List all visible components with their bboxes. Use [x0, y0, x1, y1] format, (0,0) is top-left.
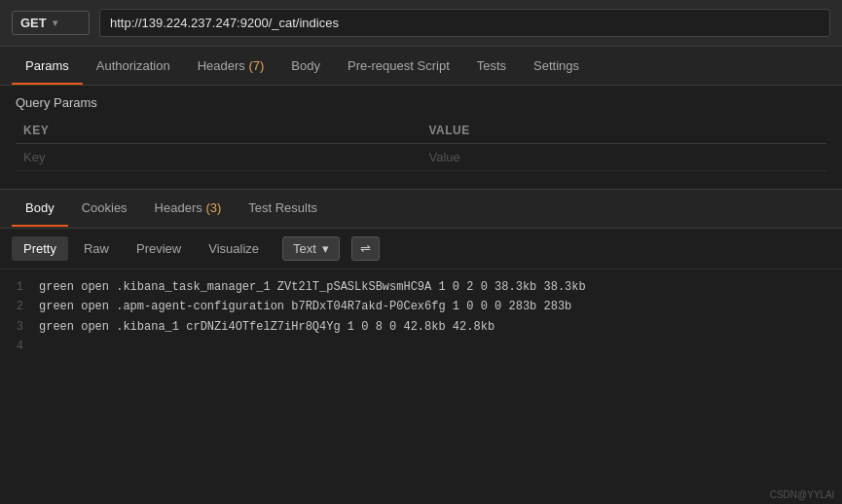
text-format-dropdown[interactable]: Text ▾	[282, 236, 340, 261]
line-number: 2	[12, 297, 39, 316]
param-key-input[interactable]	[23, 150, 414, 164]
code-line-4: 4	[12, 337, 830, 356]
url-input[interactable]	[99, 9, 830, 37]
text-format-label: Text	[293, 241, 316, 256]
response-tabs: Body Cookies Headers (3) Test Results	[0, 190, 842, 229]
code-line-3: 3 green open .kibana_1 crDNZi4OTfelZ7iHr…	[12, 317, 830, 337]
format-tab-visualize[interactable]: Visualize	[197, 236, 271, 261]
tab-tests[interactable]: Tests	[463, 49, 520, 85]
response-tab-test-results[interactable]: Test Results	[235, 191, 331, 227]
params-table: KEY VALUE	[16, 118, 826, 171]
method-label: GET	[20, 16, 47, 30]
tab-headers[interactable]: Headers (7)	[184, 49, 278, 85]
response-tab-body[interactable]: Body	[12, 191, 68, 227]
response-section: Body Cookies Headers (3) Test Results Pr…	[0, 190, 842, 504]
col-header-value: VALUE	[421, 118, 827, 144]
url-bar: GET ▾	[0, 0, 842, 47]
code-line-2: 2 green open .apm-agent-configuration b7…	[12, 297, 830, 316]
format-tab-preview[interactable]: Preview	[125, 236, 193, 261]
format-bar: Pretty Raw Preview Visualize Text ▾ ⇌	[0, 229, 842, 270]
format-tab-pretty[interactable]: Pretty	[12, 236, 68, 261]
line-content: green open .apm-agent-configuration b7RD…	[39, 297, 571, 316]
response-tab-headers[interactable]: Headers (3)	[141, 191, 236, 227]
line-number: 1	[12, 277, 39, 297]
method-dropdown[interactable]: GET ▾	[12, 11, 90, 35]
param-value-input[interactable]	[429, 150, 820, 164]
wrap-lines-icon: ⇌	[360, 241, 371, 256]
code-output: 1 green open .kibana_task_manager_1 ZVt2…	[0, 270, 842, 365]
wrap-icon[interactable]: ⇌	[351, 236, 380, 261]
line-number: 4	[12, 337, 39, 356]
line-content: green open .kibana_1 crDNZi4OTfelZ7iHr8Q…	[39, 317, 494, 337]
query-params-section: Query Params KEY VALUE	[0, 86, 842, 181]
col-header-key: KEY	[16, 118, 421, 144]
line-content: green open .kibana_task_manager_1 ZVt2lT…	[39, 277, 586, 297]
request-tabs: Params Authorization Headers (7) Body Pr…	[0, 47, 842, 86]
tab-params[interactable]: Params	[12, 49, 83, 85]
line-number: 3	[12, 317, 39, 337]
response-tab-cookies[interactable]: Cookies	[68, 191, 141, 227]
tab-prerequest-script[interactable]: Pre-request Script	[334, 49, 463, 85]
chevron-down-icon: ▾	[53, 18, 57, 28]
watermark: CSDN@YYLAl	[770, 489, 834, 500]
tab-body[interactable]: Body	[277, 49, 334, 85]
format-tab-raw[interactable]: Raw	[72, 236, 121, 261]
tab-settings[interactable]: Settings	[520, 49, 593, 85]
code-line-1: 1 green open .kibana_task_manager_1 ZVt2…	[12, 277, 830, 297]
query-params-title: Query Params	[16, 95, 826, 110]
chevron-down-icon: ▾	[322, 241, 329, 256]
table-row	[16, 144, 826, 171]
tab-authorization[interactable]: Authorization	[83, 49, 184, 85]
